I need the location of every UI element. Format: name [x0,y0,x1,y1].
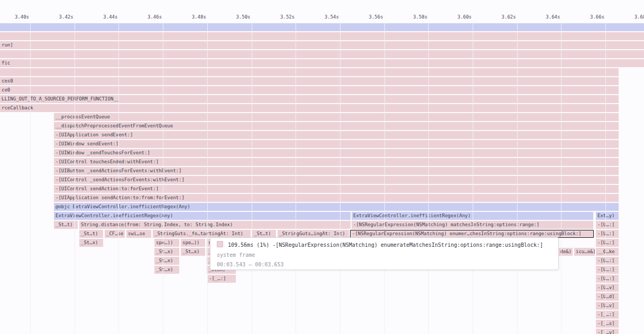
time-tick-label: 3.62s [502,14,516,21]
flame-frame[interactable]: spe…)) [181,239,205,247]
tooltip-title: 109.56ms (1%) -[NSRegularExpression(NSMa… [217,241,552,249]
flame-frame[interactable]: -[U…:] [596,230,619,238]
flame-frame[interactable] [0,68,619,76]
flame-frame[interactable]: fic [0,59,644,67]
flame-frame[interactable]: __dispatchPreprocessedEventFromEventQueu… [54,122,619,130]
flame-frame[interactable]: -[U…d] [596,293,619,301]
time-tick-label: 3.54s [325,14,339,21]
flame-frame[interactable] [0,32,644,40]
flame-frame[interactable]: -[U…:] [596,257,619,265]
flame-frame[interactable]: _St…x) [181,248,205,256]
flame-frame[interactable] [0,23,644,31]
flame-chart[interactable]: 109.56ms (1%) -[NSRegularExpression(NSMa… [0,0,644,334]
flame-frame-selected[interactable]: -[NSRegularExpression(NSMatching) enumer… [350,230,594,238]
frame-tooltip: 109.56ms (1%) -[NSRegularExpression(NSMa… [210,237,559,270]
flame-frame[interactable]: _St…x) [79,239,103,247]
flame-frame[interactable]: ces0 [0,77,619,85]
flame-frame[interactable]: @objc ExtraViewController.inefficientReg… [54,203,619,211]
flame-frame[interactable]: __processEventQueue [54,113,619,121]
flame-frame[interactable]: _CF…se [105,230,125,238]
flame-frame[interactable]: _St…t) [79,230,103,238]
flame-frame[interactable]: String.distance(from: String.Index, to: … [79,221,351,229]
flame-frame[interactable] [0,50,644,58]
flame-frame[interactable]: Ext…y) [596,212,619,220]
flame-frame[interactable]: _St…t) [54,221,78,229]
time-tick-label: 3.58s [413,14,427,21]
flame-frame[interactable]: -[U…v] [596,302,619,310]
flame-frame[interactable]: -[_…:] [596,311,619,319]
flame-frame[interactable]: -[U…v] [596,284,619,292]
flame-frame[interactable]: -[NSRegularExpression(NSMatching) matche… [352,221,593,229]
flame-frame[interactable]: run] [0,41,644,49]
flame-frame[interactable]: rceCallback [0,104,619,112]
tooltip-time-range: 00:03.543 — 00:03.653 [217,261,552,268]
flame-frame[interactable]: _St…x) [154,257,179,265]
frame-color-swatch [217,241,223,247]
time-tick-label: 3.40s [15,14,29,21]
time-tick-label: 3.52s [280,14,295,21]
tooltip-category: system frame [217,252,552,258]
flame-frame[interactable]: ExtraViewController.inefficientRegex(Any… [352,212,593,220]
time-tick-label: 3.64s [546,14,560,21]
flame-frame[interactable]: swi…se [126,230,151,238]
time-tick-label: 3.60s [457,14,472,21]
flame-frame[interactable]: __6…ke [596,248,619,256]
time-tick-label: 3.46s [148,14,162,21]
flame-frame[interactable]: icu…e&) [574,248,595,256]
time-tick-label: 3.66s [590,14,604,21]
flame-frame[interactable]: -[UIWindow _sendTouchesForEvent:] [54,149,619,157]
flame-frame[interactable]: -[U…:] [596,266,619,274]
flame-frame[interactable]: _St…x) [154,248,179,256]
flame-frame[interactable]: -[UIButton _sendActionsForEvents:withEve… [54,167,619,175]
flame-frame[interactable]: -[UIControl _sendActionsForEvents:withEv… [54,176,619,184]
flame-frame[interactable]: -[U…:] [596,221,619,229]
flame-frame[interactable]: _St…x) [154,266,179,274]
time-tick-label: 3.56s [369,14,383,21]
time-tick-label: 3.50s [236,14,250,21]
time-tick-label: 3.68s [634,14,644,21]
flame-frame[interactable]: -[U…:] [596,239,619,247]
time-tick-label: 3.48s [192,14,206,21]
flame-frame[interactable]: -[U…:] [596,275,619,283]
flame-frame[interactable]: LLING_OUT_TO_A_SOURCE0_PERFORM_FUNCTION_… [0,95,619,103]
flame-frame[interactable]: _StringGuts…ingAt: Int) [278,230,349,238]
flame-frame[interactable]: -[_…s] [596,320,619,328]
flame-frame[interactable]: _St…t) [252,230,276,238]
flame-frame[interactable]: -[UIWindow sendEvent:] [54,140,619,148]
tooltip-title-text: 109.56ms (1%) -[NSRegularExpression(NSMa… [228,242,543,248]
flame-frame[interactable]: ExtraViewController.inefficientRegex(Any… [54,212,351,220]
flame-frame[interactable]: spe…)) [154,239,179,247]
flame-frame[interactable]: -[_…:] [207,275,236,283]
flame-frame[interactable]: -[UIApplication sendEvent:] [54,131,619,139]
flame-frame[interactable]: -[UIControl touchesEnded:withEvent:] [54,158,619,166]
flame-frame[interactable]: -[UIApplication sendAction:to:from:forEv… [54,194,619,202]
flame-frame[interactable]: _StringGuts._fo…tartingAt: Int) [153,230,251,238]
time-tick-label: 3.44s [103,14,117,21]
flame-frame[interactable]: -[UIControl sendAction:to:forEvent:] [54,185,619,193]
flame-frame[interactable]: -[_…v] [596,329,619,334]
time-tick-label: 3.42s [59,14,73,21]
flame-frame[interactable]: ce0 [0,86,619,94]
